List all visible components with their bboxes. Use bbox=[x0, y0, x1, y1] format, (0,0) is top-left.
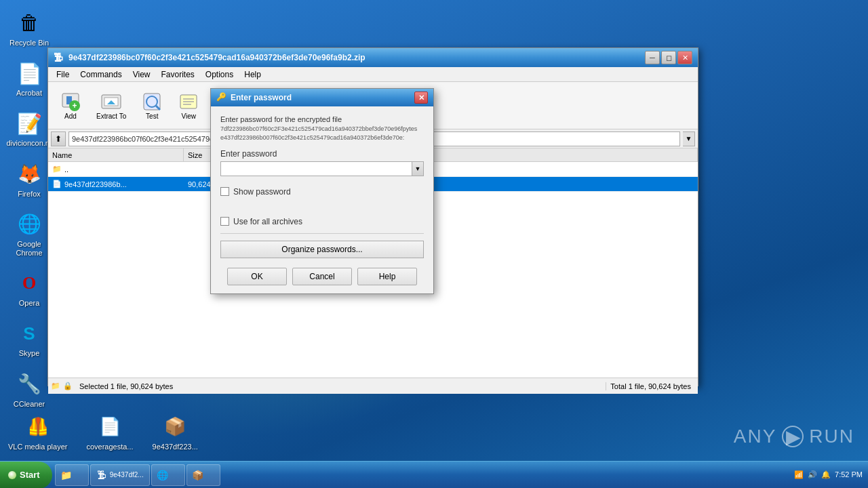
status-left: Selected 1 file, 90,624 bytes bbox=[75, 382, 606, 390]
dialog-body: Enter password for the encrypted file 7d… bbox=[211, 106, 433, 293]
show-password-checkbox[interactable] bbox=[220, 187, 229, 196]
recycle-bin-label: Recycle Bin bbox=[9, 39, 49, 47]
menu-options[interactable]: Options bbox=[200, 68, 239, 81]
file-name-cell: 📁 .. bbox=[48, 162, 184, 176]
close-button[interactable]: ✕ bbox=[677, 51, 692, 64]
ok-button[interactable]: OK bbox=[227, 268, 287, 285]
taskbar-item-archive[interactable]: 📦 bbox=[186, 464, 220, 486]
dialog-title-text: Enter password bbox=[231, 93, 292, 102]
start-orb bbox=[8, 471, 16, 479]
start-button[interactable]: Start bbox=[0, 462, 52, 489]
desktop-icon-recycle-bin[interactable]: 🗑 Recycle Bin bbox=[5, 7, 53, 50]
address-dropdown[interactable]: ▼ bbox=[683, 131, 695, 146]
password-field-label: Enter password bbox=[220, 149, 424, 159]
minimize-button[interactable]: ─ bbox=[645, 51, 660, 64]
skype-icon: S bbox=[16, 320, 43, 347]
tool-view[interactable]: View bbox=[172, 87, 205, 123]
desktop-icon-chrome[interactable]: 🌐 Google Chrome bbox=[5, 208, 53, 260]
tool-test[interactable]: Test bbox=[135, 87, 169, 123]
dialog-title-icon: 🔑 bbox=[216, 92, 227, 103]
file-name-cell: 📄 9e437df223986b... bbox=[48, 177, 184, 191]
vlc-label: VLC media player bbox=[8, 443, 67, 451]
status-bar: 📁 🔒 Selected 1 file, 90,624 bytes Total … bbox=[48, 378, 698, 394]
opera-label: Opera bbox=[19, 299, 40, 308]
winrar-taskbar-label: 9e437df2... bbox=[110, 471, 144, 479]
menu-favorites[interactable]: Favorites bbox=[156, 68, 200, 81]
winrar-titlebar: 🗜 9e437df223986bc07f60c2f3e421c525479cad… bbox=[48, 48, 698, 67]
dialog-buttons: OK Cancel Help bbox=[220, 268, 424, 285]
desktop-icon-opera[interactable]: O Opera bbox=[5, 267, 53, 310]
clock: 7:52 PM bbox=[835, 470, 863, 479]
desktop-icon-skype[interactable]: S Skype bbox=[5, 317, 53, 361]
winrar-taskbar-icon: 🗜 bbox=[96, 470, 107, 481]
coveragesta-icon: 📄 bbox=[96, 413, 123, 441]
desktop-icon-ccleaner[interactable]: 🔧 CCleaner bbox=[5, 368, 53, 411]
archive-taskbar-icon: 📦 bbox=[193, 470, 203, 481]
add-icon: + bbox=[60, 91, 81, 113]
view-icon bbox=[178, 91, 199, 113]
firefox-label: Firefox bbox=[18, 190, 41, 199]
dialog-separator bbox=[220, 233, 424, 234]
password-input[interactable] bbox=[220, 161, 412, 176]
chrome-icon: 🌐 bbox=[16, 211, 43, 238]
dialog-titlebar: 🔑 Enter password ✕ bbox=[211, 89, 433, 106]
clock-time: 7:52 PM bbox=[835, 470, 863, 479]
desktop-icon-coveragesta[interactable]: 📄 coveragesta... bbox=[83, 411, 136, 454]
desktop-icon-9e437-bottom[interactable]: 📦 9e437df223... bbox=[150, 411, 201, 454]
help-button[interactable]: Help bbox=[357, 268, 417, 285]
desktop-icon-vlc[interactable]: 🦺 VLC media player bbox=[5, 411, 70, 454]
extract-label: Extract To bbox=[96, 113, 126, 120]
divisioncon-icon: 📝 bbox=[16, 110, 43, 137]
menu-help[interactable]: Help bbox=[239, 68, 267, 81]
explorer-taskbar-icon: 📁 bbox=[61, 470, 72, 481]
taskbar-item-chrome[interactable]: 🌐 bbox=[151, 464, 185, 486]
restore-button[interactable]: ◻ bbox=[661, 51, 676, 64]
winrar-title-text: 9e437df223986bc07f60c2f3e421c525479cad16… bbox=[68, 53, 645, 62]
up-button[interactable]: ⬆ bbox=[51, 131, 66, 146]
menu-view[interactable]: View bbox=[127, 68, 156, 81]
winrar-title-icon: 🗜 bbox=[54, 52, 64, 63]
archive-bottom-label: 9e437df223... bbox=[153, 443, 198, 451]
desktop-icon-acrobat[interactable]: 📄 Acrobat bbox=[5, 57, 53, 100]
tool-extract[interactable]: Extract To bbox=[90, 87, 132, 123]
password-field-container: ▼ bbox=[220, 161, 424, 176]
tool-add[interactable]: + Add bbox=[54, 87, 87, 123]
chrome-label: Google Chrome bbox=[8, 240, 50, 258]
show-password-row: Show password bbox=[220, 187, 424, 197]
cancel-button[interactable]: Cancel bbox=[292, 268, 352, 285]
desktop-icon-divisioncon[interactable]: 📝 divicioncon.rtf bbox=[5, 107, 53, 150]
notification-icon: 🔔 bbox=[821, 470, 831, 479]
svg-text:+: + bbox=[72, 101, 77, 110]
menu-commands[interactable]: Commands bbox=[75, 68, 127, 81]
use-for-all-checkbox[interactable] bbox=[220, 217, 229, 226]
anyrun-play-icon: ▶ bbox=[782, 426, 804, 447]
test-icon bbox=[141, 91, 163, 113]
coveragesta-label: coveragesta... bbox=[86, 443, 133, 451]
chrome-taskbar-icon: 🌐 bbox=[157, 470, 168, 481]
menu-file[interactable]: File bbox=[51, 68, 75, 81]
opera-icon: O bbox=[16, 270, 43, 297]
taskbar-item-winrar[interactable]: 🗜 9e437df2... bbox=[90, 464, 150, 486]
ccleaner-icon: 🔧 bbox=[16, 371, 43, 398]
menu-bar: File Commands View Favorites Options Hel… bbox=[48, 67, 698, 82]
skype-label: Skype bbox=[19, 349, 40, 358]
dialog-info-text: Enter password for the encrypted file 7d… bbox=[220, 115, 424, 142]
col-name-header[interactable]: Name bbox=[48, 148, 184, 161]
show-password-label: Show password bbox=[233, 187, 291, 197]
view-label: View bbox=[182, 113, 197, 120]
password-dropdown-button[interactable]: ▼ bbox=[412, 161, 424, 176]
window-controls: ─ ◻ ✕ bbox=[645, 51, 692, 64]
acrobat-label: Acrobat bbox=[16, 89, 42, 98]
organize-passwords-button[interactable]: Organize passwords... bbox=[220, 241, 424, 258]
taskbar-item-explorer[interactable]: 📁 bbox=[55, 464, 89, 486]
anyrun-watermark: ANY ▶ RUN bbox=[734, 426, 854, 447]
desktop-icon-firefox[interactable]: 🦊 Firefox bbox=[5, 158, 53, 201]
test-label: Test bbox=[146, 113, 158, 120]
use-for-all-label: Use for all archives bbox=[233, 217, 302, 226]
dialog-close-button[interactable]: ✕ bbox=[414, 92, 428, 104]
password-dialog: 🔑 Enter password ✕ Enter password for th… bbox=[210, 88, 434, 294]
taskbar-right: 📶 🔊 🔔 7:52 PM bbox=[789, 470, 868, 479]
volume-icon: 🔊 bbox=[808, 470, 817, 479]
desktop-icons-left: 🗑 Recycle Bin 📄 Acrobat 📝 divicioncon.rt… bbox=[5, 7, 53, 411]
firefox-icon: 🦊 bbox=[16, 161, 43, 188]
